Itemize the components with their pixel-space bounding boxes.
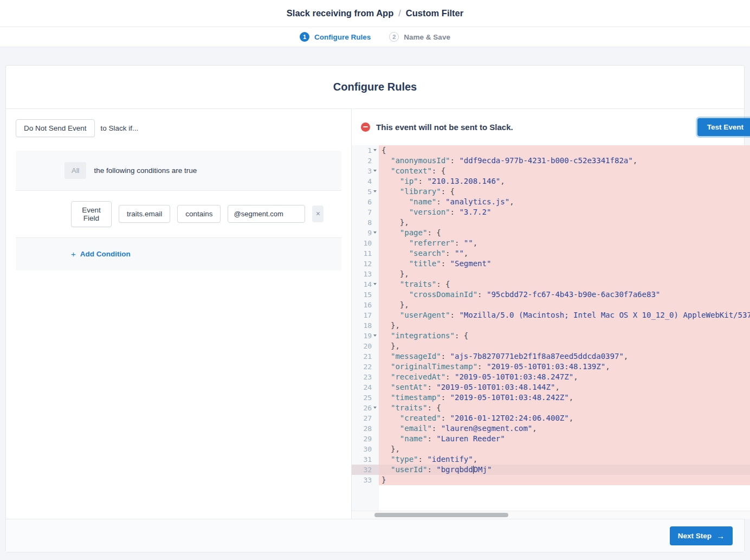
code-line[interactable]: }, (379, 269, 750, 279)
code-line[interactable]: "receivedAt": "2019-05-10T01:03:48.247Z"… (379, 372, 750, 382)
gutter-line-number[interactable]: 20 (352, 341, 379, 351)
fold-arrow-icon[interactable] (373, 190, 377, 192)
action-selector-button[interactable]: Do Not Send Event (16, 119, 95, 137)
gutter-line-number[interactable]: 12 (352, 259, 379, 269)
gutter-line-number[interactable]: 29 (352, 434, 379, 444)
code-line[interactable]: "timestamp": "2019-05-10T01:03:48.242Z", (379, 392, 750, 403)
code-line[interactable]: "traits": { (379, 279, 750, 289)
next-step-button[interactable]: Next Step → (670, 526, 733, 545)
gutter-line-number[interactable]: 21 (352, 351, 379, 362)
code-line[interactable]: "name": "analytics.js", (379, 197, 750, 207)
gutter-line-number[interactable]: 13 (352, 269, 379, 279)
gutter-line-number[interactable]: 4 (352, 176, 379, 186)
condition-group: All the following conditions are true Ev… (16, 151, 341, 271)
gutter-line-number[interactable]: 8 (352, 217, 379, 228)
gutter-line-number[interactable]: 27 (352, 413, 379, 423)
configure-rules-card: Configure Rules Do Not Send Event to Sla… (5, 65, 745, 552)
arrow-right-icon: → (716, 531, 725, 540)
code-line[interactable]: "library": { (379, 186, 750, 197)
gutter-line-number[interactable]: 9 (352, 228, 379, 238)
code-line[interactable]: "referrer": "", (379, 238, 750, 248)
match-mode-badge[interactable]: All (64, 162, 86, 179)
code-line[interactable]: "messageId": "ajs-7b8270771eb2f1f8a87eed… (379, 351, 750, 362)
code-line[interactable]: "userAgent": "Mozilla/5.0 (Macintosh; In… (379, 310, 750, 320)
filter-builder-panel: Do Not Send Event to Slack if... All the… (6, 109, 352, 519)
gutter-line-number[interactable]: 11 (352, 248, 379, 259)
condition-field-button[interactable]: traits.email (119, 205, 170, 223)
horizontal-scrollbar[interactable] (352, 511, 750, 519)
horizontal-scrollbar-thumb[interactable] (374, 513, 508, 517)
gutter-line-number[interactable]: 28 (352, 423, 379, 434)
gutter-line-number[interactable]: 15 (352, 289, 379, 300)
code-line[interactable]: } (379, 475, 750, 485)
condition-row: Event Field traits.email contains × (16, 191, 341, 238)
code-line[interactable]: "title": "Segment" (379, 259, 750, 269)
gutter-line-number[interactable]: 18 (352, 320, 379, 331)
gutter-line-number[interactable]: 25 (352, 392, 379, 403)
code-line[interactable]: "originalTimestamp": "2019-05-10T01:03:4… (379, 362, 750, 372)
code-line[interactable]: "type": "identify", (379, 454, 750, 465)
fold-arrow-icon[interactable] (373, 407, 377, 409)
code-line[interactable]: "ip": "210.13.208.146", (379, 176, 750, 186)
code-line[interactable]: }, (379, 217, 750, 228)
breadcrumb-separator: / (393, 8, 406, 18)
gutter-line-number[interactable]: 5 (352, 186, 379, 197)
gutter-line-number[interactable]: 31 (352, 454, 379, 465)
step-2-label: Name & Save (404, 33, 450, 41)
code-line[interactable]: }, (379, 320, 750, 331)
gutter-line-number[interactable]: 14 (352, 279, 379, 289)
match-mode-text: the following conditions are true (94, 166, 197, 175)
code-line[interactable]: { (379, 145, 750, 156)
condition-type-button[interactable]: Event Field (71, 201, 112, 227)
fold-arrow-icon[interactable] (373, 170, 377, 172)
code-line[interactable]: "version": "3.7.2" (379, 207, 750, 217)
gutter-line-number[interactable]: 26 (352, 403, 379, 413)
code-line[interactable]: "created": "2016-01-12T02:24:06.400Z", (379, 413, 750, 423)
condition-operator-button[interactable]: contains (177, 205, 221, 223)
condition-value-input[interactable] (228, 205, 305, 223)
breadcrumb-source[interactable]: Slack receiving from App (287, 8, 393, 18)
code-line[interactable]: }, (379, 341, 750, 351)
step-name-save[interactable]: 2 Name & Save (389, 32, 450, 42)
code-line[interactable]: "integrations": { (379, 331, 750, 341)
gutter-line-number[interactable]: 2 (352, 156, 379, 166)
code-line[interactable]: "context": { (379, 166, 750, 176)
gutter-line-number[interactable]: 3 (352, 166, 379, 176)
editor-code-pane[interactable]: { "anonymousId": "ddf9ecda-977b-4231-b00… (379, 145, 750, 519)
gutter-line-number[interactable]: 24 (352, 382, 379, 392)
code-line[interactable]: "crossDomainId": "95cbdd72-fc67-4b43-b90… (379, 289, 750, 300)
code-line[interactable]: "page": { (379, 228, 750, 238)
gutter-line-number[interactable]: 19 (352, 331, 379, 341)
fold-arrow-icon[interactable] (373, 149, 377, 151)
fold-arrow-icon[interactable] (373, 334, 377, 337)
gutter-line-number[interactable]: 23 (352, 372, 379, 382)
code-line[interactable]: "sentAt": "2019-05-10T01:03:48.144Z", (379, 382, 750, 392)
gutter-line-number[interactable]: 17 (352, 310, 379, 320)
code-line[interactable]: }, (379, 300, 750, 310)
code-line[interactable]: "search": "", (379, 248, 750, 259)
fold-arrow-icon[interactable] (373, 283, 377, 285)
gutter-line-number[interactable]: 10 (352, 238, 379, 248)
fold-arrow-icon[interactable] (373, 231, 377, 234)
code-line[interactable]: "anonymousId": "ddf9ecda-977b-4231-b000-… (379, 156, 750, 166)
gutter-line-number[interactable]: 22 (352, 362, 379, 372)
step-configure-rules[interactable]: 1 Configure Rules (300, 32, 371, 42)
test-event-button[interactable]: Test Event (697, 118, 750, 136)
remove-condition-button[interactable]: × (312, 205, 324, 222)
gutter-line-number[interactable]: 30 (352, 444, 379, 454)
gutter-line-number[interactable]: 1 (352, 145, 379, 156)
status-text: This event will not be sent to Slack. (376, 123, 513, 132)
editor-code-lines[interactable]: { "anonymousId": "ddf9ecda-977b-4231-b00… (379, 145, 750, 485)
code-line[interactable]: "userId": "bgrqbddDMj" (379, 465, 750, 475)
gutter-line-number[interactable]: 32 (352, 465, 379, 475)
code-line[interactable]: "email": "lauren@segment.com", (379, 423, 750, 434)
code-line[interactable]: "traits": { (379, 403, 750, 413)
json-editor[interactable]: 1234567891011121314151617181920212223242… (352, 145, 750, 519)
gutter-line-number[interactable]: 16 (352, 300, 379, 310)
add-condition-link[interactable]: + Add Condition (71, 249, 131, 259)
gutter-line-number[interactable]: 7 (352, 207, 379, 217)
code-line[interactable]: "name": "Lauren Reeder" (379, 434, 750, 444)
code-line[interactable]: }, (379, 444, 750, 454)
gutter-line-number[interactable]: 6 (352, 197, 379, 207)
gutter-line-number[interactable]: 33 (352, 475, 379, 485)
